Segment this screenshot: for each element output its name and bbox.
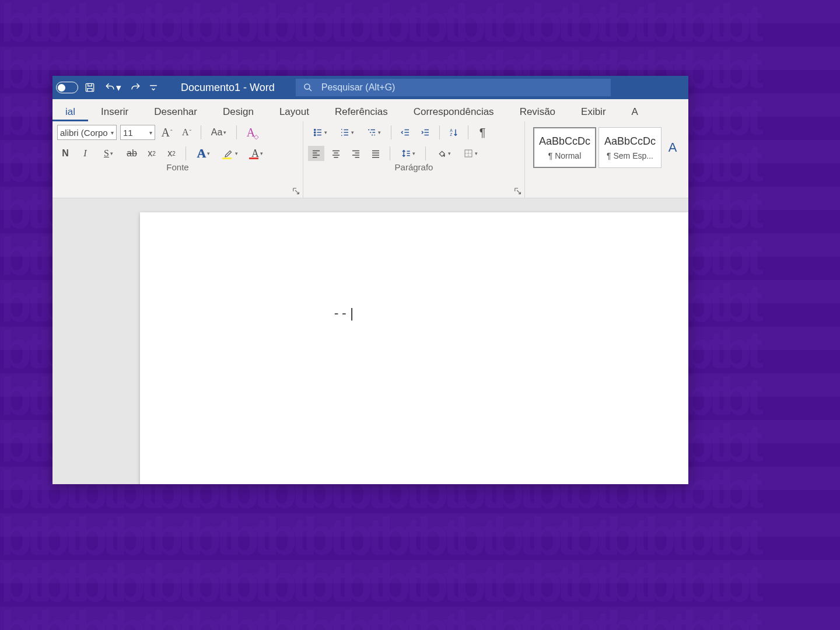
change-case-button[interactable]: Aa▾ <box>207 125 230 140</box>
undo-button[interactable]: ▾ <box>102 79 124 96</box>
subscript-button[interactable]: x2 <box>144 146 160 161</box>
align-right-button[interactable] <box>348 146 364 161</box>
font-color-button[interactable]: A ▾ <box>246 146 269 161</box>
numbering-icon <box>340 127 350 138</box>
decrease-indent-button[interactable] <box>397 125 414 140</box>
font-size-combo[interactable]: 11 ▾ <box>120 125 155 140</box>
fonte-dialog-launcher[interactable] <box>292 187 300 195</box>
document-area: --| <box>52 198 688 484</box>
tab-inserir[interactable]: Inserir <box>88 102 141 121</box>
tab-design[interactable]: Design <box>210 102 267 121</box>
tab-pagina-inicial[interactable]: ial <box>52 102 88 121</box>
tab-revisao[interactable]: Revisão <box>507 102 568 121</box>
shading-button[interactable]: ▾ <box>432 146 455 161</box>
increase-indent-icon <box>420 127 430 138</box>
search-icon <box>303 82 313 93</box>
font-name-combo[interactable]: alibri (Corpo ▾ <box>57 125 117 140</box>
clear-formatting-button[interactable]: A◇ <box>243 125 259 140</box>
borders-icon <box>463 148 474 159</box>
style-normal[interactable]: AaBbCcDc ¶ Normal <box>533 127 596 168</box>
strikethrough-button[interactable]: ab <box>124 146 140 161</box>
bold-button[interactable]: N <box>57 146 74 161</box>
svg-text:A: A <box>450 128 453 132</box>
svg-text:Z: Z <box>450 132 452 136</box>
svg-point-1 <box>304 84 310 89</box>
increase-indent-button[interactable] <box>417 125 433 140</box>
multilevel-icon <box>366 127 377 138</box>
group-label-paragrafo: Parágrafo <box>308 161 520 174</box>
tab-exibir[interactable]: Exibir <box>568 102 619 121</box>
align-left-button[interactable] <box>308 146 324 161</box>
line-spacing-icon <box>401 148 411 159</box>
group-paragrafo: ▾ ▾ ▾ <box>303 121 525 198</box>
text-effects-button[interactable]: A▾ <box>192 146 215 161</box>
svg-point-3 <box>314 132 315 133</box>
group-label-fonte: Fonte <box>57 161 298 174</box>
underline-button[interactable]: S▾ <box>97 146 120 161</box>
sort-button[interactable]: AZ <box>446 125 462 140</box>
group-fonte: alibri (Corpo ▾ 11 ▾ A ˆ A ˇ <box>52 121 303 198</box>
tab-trailing[interactable]: A <box>619 102 640 121</box>
numbering-button[interactable]: ▾ <box>335 125 358 140</box>
page[interactable]: --| <box>140 212 688 484</box>
document-title: Documento1 - Word <box>181 82 275 94</box>
align-left-icon <box>311 148 321 159</box>
tab-desenhar[interactable]: Desenhar <box>141 102 210 121</box>
font-name-value: alibri (Corpo <box>60 128 108 138</box>
paint-bucket-icon <box>436 148 447 159</box>
word-window: ▾ Documento1 - Word Pesquisar (Alt+G) ia… <box>52 76 688 484</box>
svg-point-4 <box>314 134 315 135</box>
show-hide-paragraph-button[interactable]: ¶ <box>474 125 491 140</box>
bullets-icon <box>313 127 323 138</box>
font-size-value: 11 <box>123 128 133 138</box>
save-button[interactable] <box>82 79 98 96</box>
tell-me-search[interactable]: Pesquisar (Alt+G) <box>296 79 611 96</box>
autosave-toggle[interactable] <box>56 82 78 93</box>
text-cursor: --| <box>332 306 356 320</box>
grow-font-button[interactable]: A ˆ <box>159 125 175 140</box>
style-sem-espacamento[interactable]: AaBbCcDc ¶ Sem Esp... <box>598 127 662 168</box>
paragrafo-dialog-launcher[interactable] <box>514 187 522 195</box>
search-placeholder: Pesquisar (Alt+G) <box>321 82 396 93</box>
shrink-font-button[interactable]: A ˇ <box>178 125 195 140</box>
italic-button[interactable]: I <box>77 146 93 161</box>
redo-button[interactable] <box>127 79 144 96</box>
align-center-button[interactable] <box>328 146 344 161</box>
style-titulo-1-partial[interactable]: A <box>664 127 681 168</box>
align-center-icon <box>331 148 341 159</box>
bullets-button[interactable]: ▾ <box>308 125 331 140</box>
tab-correspondencias[interactable]: Correspondências <box>401 102 507 121</box>
tab-referencias[interactable]: Referências <box>322 102 401 121</box>
group-estilos: AaBbCcDc ¶ Normal AaBbCcDc ¶ Sem Esp... … <box>525 121 688 198</box>
decrease-indent-icon <box>400 127 411 138</box>
tab-layout[interactable]: Layout <box>267 102 322 121</box>
customize-qat-button[interactable] <box>147 79 160 96</box>
line-spacing-button[interactable]: ▾ <box>396 146 419 161</box>
ribbon: alibri (Corpo ▾ 11 ▾ A ˆ A ˇ <box>52 121 688 198</box>
sort-icon: AZ <box>449 127 459 138</box>
justify-button[interactable] <box>368 146 384 161</box>
ribbon-tabs: ial Inserir Desenhar Design Layout Refer… <box>52 99 688 121</box>
titlebar: ▾ Documento1 - Word Pesquisar (Alt+G) <box>52 76 688 99</box>
multilevel-list-button[interactable]: ▾ <box>362 125 385 140</box>
borders-button[interactable]: ▾ <box>459 146 482 161</box>
svg-point-2 <box>314 129 315 130</box>
highlight-color-button[interactable]: ▾ <box>219 146 242 161</box>
justify-icon <box>370 148 381 159</box>
align-right-icon <box>351 148 361 159</box>
superscript-button[interactable]: x2 <box>163 146 180 161</box>
